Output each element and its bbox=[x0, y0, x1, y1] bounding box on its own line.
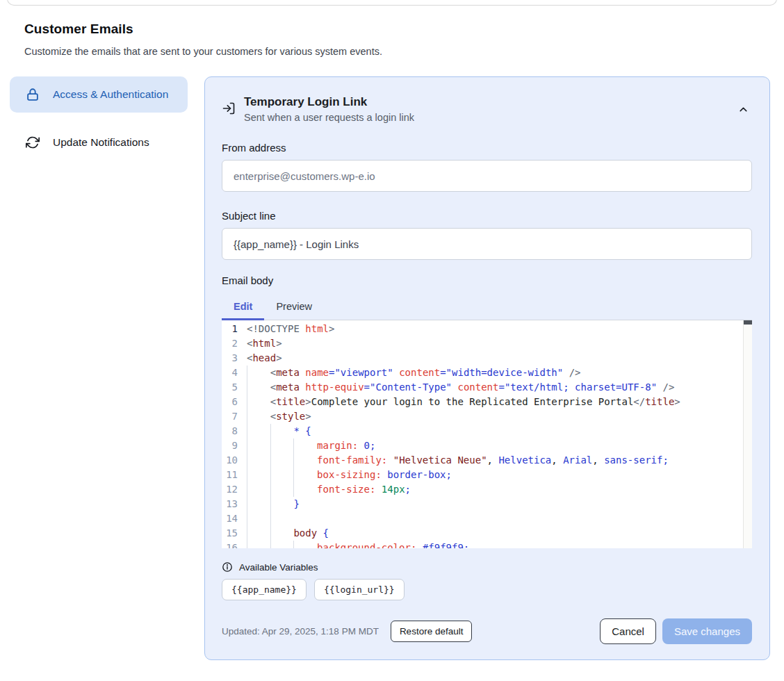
page-subtitle: Customize the emails that are sent to yo… bbox=[24, 46, 770, 57]
code-line[interactable]: 2<html> bbox=[222, 336, 752, 351]
code-line[interactable]: 3<head> bbox=[222, 351, 752, 366]
chevron-up-icon bbox=[737, 104, 749, 115]
email-body-label: Email body bbox=[222, 274, 752, 286]
line-number: 5 bbox=[222, 380, 247, 395]
line-number: 7 bbox=[222, 409, 247, 424]
info-icon bbox=[222, 561, 233, 573]
refresh-icon bbox=[25, 135, 40, 150]
sidebar-item-label: Access & Authentication bbox=[53, 86, 168, 103]
code-line[interactable]: 9 margin: 0; bbox=[222, 438, 752, 453]
line-number: 1 bbox=[222, 322, 247, 336]
code-line[interactable]: 14 bbox=[222, 511, 752, 526]
line-number: 11 bbox=[222, 468, 247, 482]
code-line[interactable]: 8 * { bbox=[222, 424, 752, 438]
from-address-input[interactable] bbox=[222, 160, 752, 192]
updated-timestamp: Updated: Apr 29, 2025, 1:18 PM MDT bbox=[222, 626, 379, 637]
tab-edit[interactable]: Edit bbox=[222, 294, 264, 320]
line-number: 4 bbox=[222, 366, 247, 380]
variable-chip-app-name[interactable]: {{app_name}} bbox=[222, 579, 307, 600]
code-line[interactable]: 5 <meta http-equiv="Content-Type" conten… bbox=[222, 380, 752, 395]
sidebar-item-update-notifications[interactable]: Update Notifications bbox=[10, 124, 188, 161]
email-types-sidebar: Access & Authentication Update Notificat… bbox=[10, 76, 188, 161]
line-number: 8 bbox=[222, 424, 247, 438]
line-number: 3 bbox=[222, 351, 247, 366]
available-variables-label: Available Variables bbox=[239, 562, 318, 573]
tab-preview[interactable]: Preview bbox=[264, 294, 324, 320]
line-number: 2 bbox=[222, 336, 247, 351]
sidebar-item-access-authentication[interactable]: Access & Authentication bbox=[10, 76, 188, 113]
code-line[interactable]: 4 <meta name="viewport" content="width=d… bbox=[222, 366, 752, 380]
page-title: Customer Emails bbox=[24, 22, 770, 37]
save-changes-button[interactable]: Save changes bbox=[662, 618, 752, 644]
email-body-code-editor[interactable]: 1<!DOCTYPE html>2<html>3<head>4 <meta na… bbox=[222, 320, 752, 548]
line-number: 12 bbox=[222, 482, 247, 497]
editor-tabs: Edit Preview bbox=[222, 294, 752, 320]
line-number: 9 bbox=[222, 438, 247, 453]
code-lines: 1<!DOCTYPE html>2<html>3<head>4 <meta na… bbox=[222, 322, 752, 548]
subject-line-label: Subject line bbox=[222, 210, 752, 222]
code-line[interactable]: 16 background-color: #f9f9f9; bbox=[222, 541, 752, 548]
restore-default-button[interactable]: Restore default bbox=[391, 621, 473, 642]
scrollbar-thumb[interactable] bbox=[744, 320, 752, 325]
line-number: 16 bbox=[222, 541, 247, 548]
code-line[interactable]: 1<!DOCTYPE html> bbox=[222, 322, 752, 336]
previous-card-edge bbox=[7, 0, 777, 6]
panel-title: Temporary Login Link bbox=[244, 95, 726, 109]
line-number: 6 bbox=[222, 395, 247, 409]
from-address-label: From address bbox=[222, 142, 752, 154]
line-number: 14 bbox=[222, 511, 247, 526]
lock-icon bbox=[25, 87, 40, 102]
temporary-login-link-panel: Temporary Login Link Sent when a user re… bbox=[204, 76, 770, 660]
cancel-button[interactable]: Cancel bbox=[600, 618, 656, 644]
line-number: 15 bbox=[222, 526, 247, 541]
login-icon bbox=[222, 101, 236, 115]
subject-line-input[interactable] bbox=[222, 228, 752, 260]
panel-subtitle: Sent when a user requests a login link bbox=[244, 112, 726, 123]
code-line[interactable]: 12 font-size: 14px; bbox=[222, 482, 752, 497]
code-line[interactable]: 7 <style> bbox=[222, 409, 752, 424]
code-line[interactable]: 10 font-family: "Helvetica Neue", Helvet… bbox=[222, 453, 752, 468]
code-line[interactable]: 6 <title>Complete your login to the Repl… bbox=[222, 395, 752, 409]
variable-chip-login-url[interactable]: {{login_url}} bbox=[314, 579, 405, 600]
sidebar-item-label: Update Notifications bbox=[53, 134, 149, 151]
code-line[interactable]: 13 } bbox=[222, 497, 752, 511]
settings-page: Customer Emails Customize the emails tha… bbox=[0, 0, 784, 681]
code-line[interactable]: 11 box-sizing: border-box; bbox=[222, 468, 752, 482]
collapse-section-button[interactable] bbox=[735, 101, 752, 118]
line-number: 13 bbox=[222, 497, 247, 511]
editor-scrollbar[interactable] bbox=[743, 320, 752, 548]
code-line[interactable]: 15 body { bbox=[222, 526, 752, 541]
line-number: 10 bbox=[222, 453, 247, 468]
